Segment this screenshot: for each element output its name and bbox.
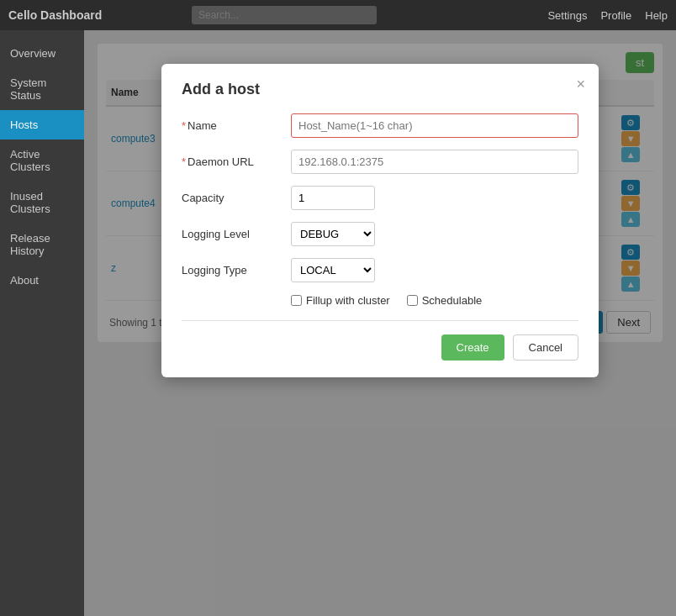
daemon-url-label: Daemon URL: [182, 155, 291, 168]
main-layout: Overview System Status Hosts Active Clus…: [0, 30, 676, 616]
top-nav: Cello Dashboard Settings Profile Help: [0, 0, 676, 30]
add-host-modal: Add a host × Name Daemon URL Capacity: [161, 64, 599, 377]
modal-actions: Create Cancel: [182, 334, 578, 361]
top-nav-links: Settings Profile Help: [547, 9, 668, 22]
cancel-button[interactable]: Cancel: [513, 334, 578, 361]
logging-level-field-row: Logging Level DEBUG INFO WARNING ERROR: [182, 222, 578, 246]
capacity-input[interactable]: [291, 186, 375, 210]
name-input[interactable]: [291, 113, 578, 138]
modal-divider: [182, 320, 578, 321]
fillup-checkbox[interactable]: [291, 295, 302, 306]
create-button[interactable]: Create: [441, 334, 504, 361]
settings-link[interactable]: Settings: [547, 9, 587, 22]
capacity-field-row: Capacity: [182, 186, 578, 210]
sidebar-item-hosts[interactable]: Hosts: [0, 110, 84, 140]
search-input[interactable]: [192, 6, 377, 24]
modal-overlay: Add a host × Name Daemon URL Capacity: [84, 30, 676, 616]
sidebar-item-system-status[interactable]: System Status: [0, 68, 84, 110]
logging-type-label: Logging Type: [182, 264, 291, 276]
main-content: st Name Type Status Capacity Active Logg…: [84, 30, 676, 616]
schedulable-checkbox[interactable]: [407, 295, 418, 306]
sidebar-item-release-history[interactable]: Release History: [0, 224, 84, 266]
logging-level-label: Logging Level: [182, 228, 291, 240]
app-title: Cello Dashboard: [8, 8, 102, 22]
sidebar-item-overview[interactable]: Overview: [0, 39, 84, 68]
logging-level-select[interactable]: DEBUG INFO WARNING ERROR: [291, 222, 375, 246]
daemon-url-input[interactable]: [291, 150, 578, 174]
modal-title: Add a host: [182, 81, 578, 98]
name-field-row: Name: [182, 113, 578, 138]
schedulable-label-text: Schedulable: [422, 294, 483, 307]
sidebar-item-active-clusters[interactable]: Active Clusters: [0, 140, 84, 182]
daemon-url-field-row: Daemon URL: [182, 150, 578, 174]
modal-close-button[interactable]: ×: [576, 76, 585, 93]
name-label: Name: [182, 119, 291, 132]
sidebar: Overview System Status Hosts Active Clus…: [0, 30, 84, 616]
fillup-label-text: Fillup with cluster: [306, 294, 390, 307]
fillup-checkbox-label: Fillup with cluster: [291, 294, 390, 307]
logging-type-field-row: Logging Type LOCAL SYSLOG: [182, 258, 578, 282]
capacity-label: Capacity: [182, 192, 291, 204]
profile-link[interactable]: Profile: [600, 9, 631, 22]
schedulable-checkbox-label: Schedulable: [407, 294, 483, 307]
sidebar-item-inused-clusters[interactable]: Inused Clusters: [0, 182, 84, 224]
sidebar-item-about[interactable]: About: [0, 266, 84, 295]
checkboxes-row: Fillup with cluster Schedulable: [291, 294, 578, 307]
help-link[interactable]: Help: [645, 9, 668, 22]
logging-type-select[interactable]: LOCAL SYSLOG: [291, 258, 375, 282]
